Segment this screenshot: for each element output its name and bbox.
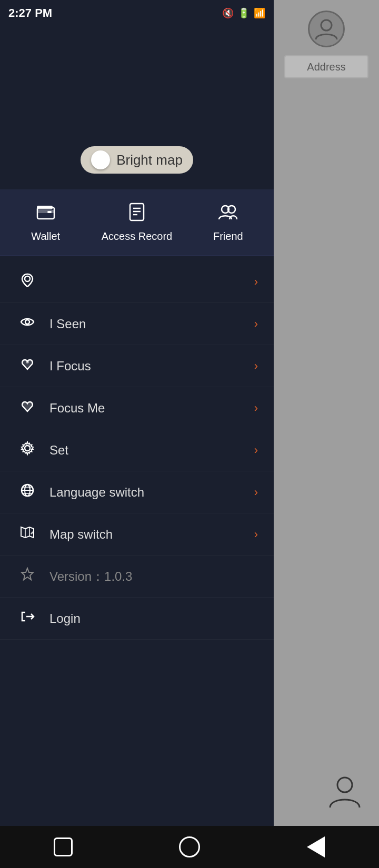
wifi-icon: 📶	[254, 7, 265, 19]
right-panel: Address	[274, 0, 379, 868]
chevron-i-focus: ›	[254, 359, 258, 373]
wallet-icon	[36, 202, 56, 226]
svg-point-12	[25, 276, 30, 281]
tab-access-record[interactable]: Access Record	[91, 198, 182, 247]
avatar	[308, 11, 345, 47]
friend-icon	[218, 202, 238, 226]
chevron-focus-me: ›	[254, 401, 258, 415]
gear-icon	[16, 441, 39, 459]
menu-item-version: Version：1.0.3	[0, 556, 274, 598]
circle-icon	[179, 836, 200, 857]
location-icon	[16, 272, 39, 291]
tab-friend-label: Friend	[213, 230, 243, 243]
bottom-profile-icon[interactable]	[326, 773, 363, 815]
nav-home-button[interactable]	[174, 831, 205, 863]
access-record-icon	[127, 202, 147, 226]
toggle-label: Bright map	[116, 152, 183, 168]
menu-item-version-label: Version：1.0.3	[49, 568, 258, 585]
version-icon	[16, 567, 39, 586]
chevron-map-switch: ›	[254, 528, 258, 541]
menu-panel: 2:27 PM 🔇 🔋 📶 Bright map	[0, 0, 274, 868]
chevron-i-seen: ›	[254, 317, 258, 331]
chevron-language-switch: ›	[254, 486, 258, 499]
svg-marker-24	[22, 568, 33, 580]
menu-item-focus-me[interactable]: Focus Me ›	[0, 387, 274, 429]
menu-item-focus-me-label: Focus Me	[49, 401, 254, 416]
time-display: 2:27 PM	[8, 6, 52, 20]
square-icon	[54, 837, 73, 856]
menu-item-i-focus-label: I Focus	[49, 359, 254, 374]
tab-wallet[interactable]: Wallet	[0, 198, 91, 247]
toggle-knob	[91, 150, 110, 169]
heart-icon	[16, 399, 39, 417]
menu-item-location[interactable]: ›	[0, 261, 274, 303]
map-icon	[16, 525, 39, 543]
chevron-location: ›	[254, 275, 258, 289]
chevron-set: ›	[254, 443, 258, 457]
menu-item-language-switch-label: Language switch	[49, 485, 254, 500]
focus-icon	[16, 357, 39, 375]
status-icons: 🔇 🔋 📶	[222, 7, 265, 19]
menu-item-map-switch-label: Map switch	[49, 527, 254, 542]
bright-map-toggle[interactable]: Bright map	[81, 146, 193, 174]
login-icon	[16, 609, 39, 628]
menu-item-map-switch[interactable]: Map switch ›	[0, 513, 274, 556]
svg-point-14	[26, 360, 29, 364]
menu-item-i-focus[interactable]: I Focus ›	[0, 345, 274, 387]
tab-access-record-label: Access Record	[102, 230, 173, 243]
menu-item-login[interactable]: Login	[0, 598, 274, 640]
nav-back-button[interactable]	[47, 831, 79, 863]
globe-icon	[16, 483, 39, 501]
tab-friend[interactable]: Friend	[183, 198, 274, 247]
svg-rect-3	[37, 210, 54, 213]
nav-tabs: Wallet Access Record	[0, 189, 274, 256]
address-button[interactable]: Address	[284, 55, 368, 78]
status-bar: 2:27 PM 🔇 🔋 📶	[0, 0, 274, 26]
tab-wallet-label: Wallet	[31, 230, 60, 243]
svg-point-13	[25, 320, 29, 324]
eye-icon	[16, 315, 39, 333]
menu-item-i-seen[interactable]: I Seen ›	[0, 303, 274, 345]
bottom-navigation	[0, 826, 379, 868]
triangle-icon	[307, 836, 325, 857]
top-section: Bright map	[0, 0, 274, 189]
svg-point-1	[337, 778, 352, 792]
menu-item-language-switch[interactable]: Language switch ›	[0, 471, 274, 513]
battery-icon: 🔋	[238, 7, 250, 19]
nav-recent-button[interactable]	[300, 831, 332, 863]
menu-item-i-seen-label: I Seen	[49, 317, 254, 331]
menu-item-set-label: Set	[49, 443, 254, 458]
menu-items-list: › I Seen › I Focus ›	[0, 256, 274, 868]
menu-item-login-label: Login	[49, 611, 258, 626]
svg-point-15	[25, 446, 30, 451]
mute-icon: 🔇	[222, 7, 234, 19]
menu-item-set[interactable]: Set ›	[0, 429, 274, 471]
svg-point-0	[321, 20, 332, 31]
svg-rect-4	[47, 211, 52, 213]
